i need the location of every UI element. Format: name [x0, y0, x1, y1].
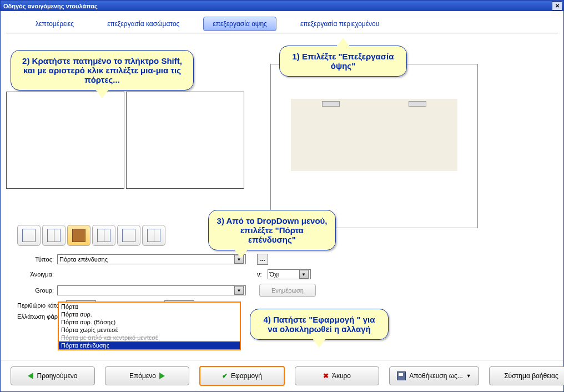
style-btn-2[interactable] [42, 225, 66, 246]
tab-frame[interactable]: επεξεργασία κασώματος [98, 17, 189, 31]
prev-button[interactable]: Προηγούμενο [11, 366, 95, 385]
check-icon: ✔ [222, 372, 228, 380]
dd-item[interactable]: Πόρτα [59, 303, 240, 310]
client-area: λεπτομέρειες επεξεργασία κασώματος επεξε… [1, 11, 563, 391]
type-form: Τύπος: Πόρτα επένδυσης ▼ ... Άνοιγμα: ν: [17, 254, 261, 297]
tab-facade[interactable]: επεξεργασία οψης [203, 17, 276, 31]
arrow-left-icon [28, 373, 33, 379]
hinge-icon [322, 101, 340, 107]
apply-button[interactable]: ✔ Εφαρμογή [199, 366, 285, 386]
style-btn-5[interactable] [117, 225, 140, 246]
style-btn-4[interactable] [92, 225, 115, 246]
saveas-button[interactable]: Αποθήκευση ως... ▼ [389, 366, 479, 385]
cancel-button[interactable]: ✖ Άκυρο [295, 366, 379, 385]
type-dropdown-list[interactable]: Πόρτα Πόρτα συρ. Πόρτα συρ. (Βάσης) Πόρτ… [58, 301, 241, 350]
dd-item[interactable]: Πόρτα χωρίς μεντεσέ [59, 326, 240, 334]
window-title: Οδηγός ανοιγόμενης ντουλάπας [3, 3, 98, 9]
style-btn-1[interactable] [17, 225, 41, 246]
arrow-right-icon [159, 373, 165, 379]
footer-bar: Προηγούμενο Επόμενο ✔ Εφαρμογή ✖ Άκυρο Α… [1, 360, 563, 391]
dd-item[interactable]: Πόρτα συρ. (Βάσης) [59, 318, 240, 326]
callout-3: 3) Από το DropDown μενού, επιλέξτε "Πόρτ… [208, 210, 336, 250]
tab-bar: λεπτομέρειες επεξεργασία κασώματος επεξε… [1, 11, 563, 31]
hinge-icon [409, 101, 426, 107]
type-browse-button[interactable]: ... [257, 254, 268, 265]
tab-content[interactable]: επεξεργασία περιεχομένου [291, 17, 389, 31]
preview-panel [270, 64, 478, 228]
chevron-down-icon: ▼ [466, 373, 471, 379]
prev-label: Προηγούμενο [37, 372, 77, 380]
right-extra-label: ν: [257, 271, 265, 278]
dd-item-selected[interactable]: Πόρτα επένδυσης [59, 341, 240, 349]
door-left[interactable] [6, 92, 124, 189]
type-combo-value: Πόρτα επένδυσης [59, 256, 108, 263]
cancel-label: Άκυρο [332, 372, 351, 380]
chevron-down-icon[interactable]: ▼ [234, 286, 244, 295]
saveas-label: Αποθήκευση ως... [409, 372, 463, 380]
dd-item-disabled: Πόρτα με απλό και κεντρικό μεντεσέ [59, 334, 240, 341]
titlebar: Οδηγός ανοιγόμενης ντουλάπας ✕ [1, 1, 563, 11]
dd-item[interactable]: Πόρτα συρ. [59, 310, 240, 318]
group-combo[interactable]: ▼ [57, 285, 246, 295]
next-button[interactable]: Επόμενο [105, 366, 189, 385]
close-icon[interactable]: ✕ [552, 1, 562, 11]
callout-1: 1) Επιλέξτε "Επεξεργασία όψης" [279, 46, 407, 77]
help-label: Σύστημα βοήθειας [504, 372, 558, 380]
help-button[interactable]: Σύστημα βοήθειας [489, 366, 564, 385]
door-right[interactable] [126, 92, 244, 189]
door-selection-area [6, 92, 250, 192]
callout-4: 4) Πατήστε "Εφαρμογή " για να ολοκληρωθε… [250, 309, 389, 340]
style-btn-3[interactable] [67, 225, 90, 246]
group-label: Group: [17, 287, 57, 294]
next-label: Επόμενο [129, 372, 156, 380]
apply-label: Εφαρμογή [231, 372, 262, 380]
x-icon: ✖ [323, 372, 329, 380]
tab-details[interactable]: λεπτομέρειες [26, 17, 83, 31]
type-combo[interactable]: Πόρτα επένδυσης ▼ [57, 254, 246, 264]
margin-bottom-label: Περιθώριο κάτω: [17, 302, 63, 309]
callout-2: 2) Κρατήστε πατημένο το πλήκτρο Shift, κ… [11, 50, 194, 91]
style-btn-6[interactable] [142, 225, 165, 246]
opening-label: Άνοιγμα: [17, 271, 57, 278]
save-icon [397, 371, 406, 380]
preview-cabinet [291, 99, 457, 171]
type-label: Τύπος: [17, 256, 57, 263]
